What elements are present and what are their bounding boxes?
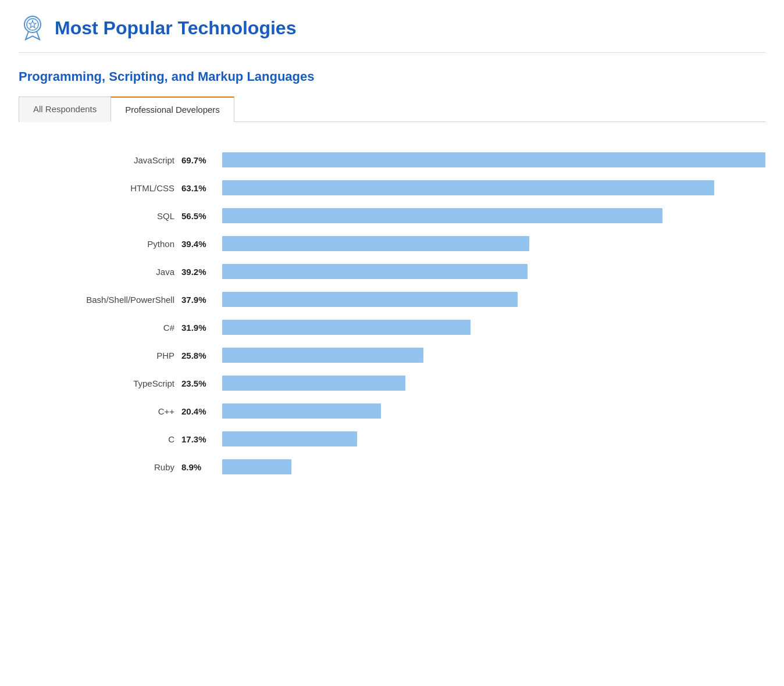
chart-pct: 63.1% bbox=[181, 183, 222, 193]
chart-bar-wrap bbox=[222, 180, 765, 195]
chart-pct: 17.3% bbox=[181, 434, 222, 444]
chart-bar-wrap bbox=[222, 152, 765, 167]
chart-bar-wrap bbox=[222, 320, 765, 335]
chart-label: PHP bbox=[19, 351, 181, 360]
chart-bar bbox=[222, 236, 529, 251]
chart-pct: 23.5% bbox=[181, 378, 222, 388]
page-title: Most Popular Technologies bbox=[55, 17, 296, 39]
chart-label: C++ bbox=[19, 406, 181, 416]
tab-all-respondents[interactable]: All Respondents bbox=[19, 97, 111, 122]
chart-bar bbox=[222, 292, 518, 307]
chart-row: Ruby 8.9% bbox=[19, 456, 765, 478]
chart-bar-wrap bbox=[222, 264, 765, 279]
chart-bar-wrap bbox=[222, 459, 765, 474]
chart-row: Java 39.2% bbox=[19, 260, 765, 283]
bar-chart: JavaScript 69.7% HTML/CSS 63.1% SQL 56.5… bbox=[19, 143, 765, 490]
chart-label: Ruby bbox=[19, 462, 181, 472]
chart-label: SQL bbox=[19, 211, 181, 221]
chart-label: Python bbox=[19, 239, 181, 249]
chart-label: C bbox=[19, 434, 181, 444]
chart-row: Bash/Shell/PowerShell 37.9% bbox=[19, 288, 765, 310]
chart-pct: 8.9% bbox=[181, 462, 222, 472]
chart-label: Bash/Shell/PowerShell bbox=[19, 295, 181, 305]
chart-label: TypeScript bbox=[19, 378, 181, 388]
page-header: Most Popular Technologies bbox=[19, 14, 765, 53]
chart-bar bbox=[222, 431, 357, 446]
chart-row: TypeScript 23.5% bbox=[19, 372, 765, 394]
tab-group: All Respondents Professional Developers bbox=[19, 96, 765, 122]
chart-pct: 39.4% bbox=[181, 239, 222, 249]
award-icon bbox=[19, 14, 47, 42]
chart-row: PHP 25.8% bbox=[19, 344, 765, 366]
chart-pct: 39.2% bbox=[181, 267, 222, 277]
chart-bar-wrap bbox=[222, 236, 765, 251]
chart-pct: 31.9% bbox=[181, 323, 222, 333]
tab-professional-developers[interactable]: Professional Developers bbox=[111, 97, 234, 122]
chart-row: C 17.3% bbox=[19, 428, 765, 450]
chart-bar bbox=[222, 180, 714, 195]
chart-bar bbox=[222, 320, 471, 335]
chart-pct: 20.4% bbox=[181, 406, 222, 416]
chart-row: Python 39.4% bbox=[19, 233, 765, 255]
chart-row: HTML/CSS 63.1% bbox=[19, 177, 765, 199]
chart-bar-wrap bbox=[222, 292, 765, 307]
chart-label: Java bbox=[19, 267, 181, 277]
chart-bar bbox=[222, 348, 423, 363]
chart-row: C# 31.9% bbox=[19, 316, 765, 338]
chart-label: HTML/CSS bbox=[19, 183, 181, 193]
chart-row: JavaScript 69.7% bbox=[19, 149, 765, 171]
chart-bar bbox=[222, 208, 662, 223]
chart-pct: 56.5% bbox=[181, 211, 222, 221]
section-title: Programming, Scripting, and Markup Langu… bbox=[19, 69, 765, 84]
chart-pct: 69.7% bbox=[181, 155, 222, 165]
chart-bar bbox=[222, 264, 528, 279]
chart-bar bbox=[222, 459, 291, 474]
chart-bar-wrap bbox=[222, 208, 765, 223]
chart-bar bbox=[222, 403, 381, 419]
chart-bar-wrap bbox=[222, 403, 765, 419]
chart-bar bbox=[222, 152, 765, 167]
chart-bar-wrap bbox=[222, 348, 765, 363]
chart-label: C# bbox=[19, 323, 181, 333]
chart-bar-wrap bbox=[222, 431, 765, 446]
chart-bar-wrap bbox=[222, 376, 765, 391]
chart-row: C++ 20.4% bbox=[19, 400, 765, 422]
chart-label: JavaScript bbox=[19, 155, 181, 165]
chart-pct: 37.9% bbox=[181, 295, 222, 305]
chart-pct: 25.8% bbox=[181, 351, 222, 360]
chart-row: SQL 56.5% bbox=[19, 205, 765, 227]
chart-bar bbox=[222, 376, 405, 391]
svg-marker-2 bbox=[29, 20, 36, 28]
